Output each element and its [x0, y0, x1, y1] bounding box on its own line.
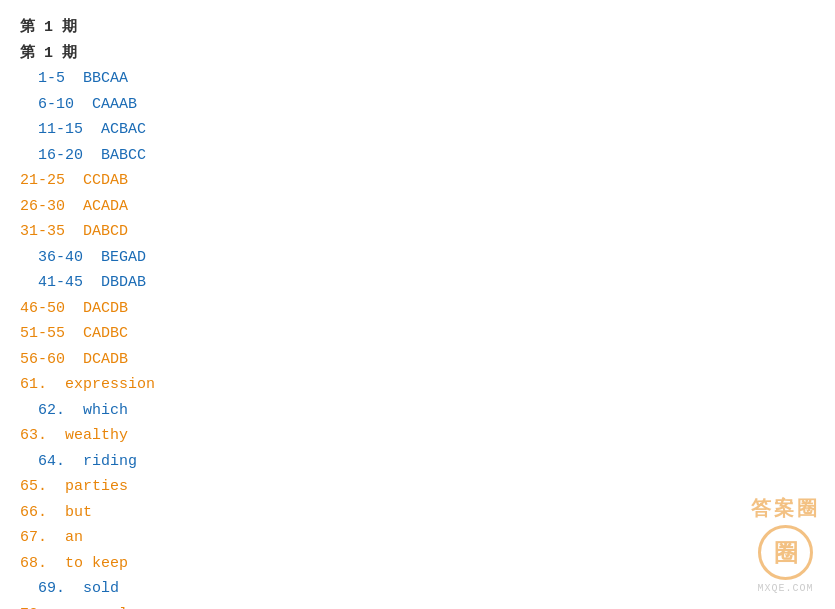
- answer-line: 46-50 DACDB: [20, 296, 815, 322]
- answer-line: 51-55 CADBC: [20, 321, 815, 347]
- main-content: 第 1 期 第 1 期 1-5 BBCAA 6-10 CAAAB 11-15 A…: [0, 0, 835, 609]
- answer-line: 21-25 CCDAB: [20, 168, 815, 194]
- answer-line: 6-10 CAAAB: [20, 92, 815, 118]
- answer-line: 67. an: [20, 525, 815, 551]
- answer-line: 64. riding: [20, 449, 815, 475]
- answer-lines: 第 1 期 1-5 BBCAA 6-10 CAAAB 11-15 ACBAC 1…: [20, 41, 815, 610]
- answer-line: 69. sold: [20, 576, 815, 602]
- watermark-circle-wrap: 圈: [751, 525, 820, 580]
- answer-line: 11-15 ACBAC: [20, 117, 815, 143]
- title-line: 第 1 期: [20, 15, 815, 41]
- answer-line: 1-5 BBCAA: [20, 66, 815, 92]
- answer-line: 63. wealthy: [20, 423, 815, 449]
- watermark-top-text: 答案圈: [751, 495, 820, 522]
- answer-line: 70. commonly: [20, 602, 815, 610]
- answer-line: 26-30 ACADA: [20, 194, 815, 220]
- watermark-bottom-text: MXQE.COM: [751, 583, 820, 594]
- answer-line: 31-35 DABCD: [20, 219, 815, 245]
- answer-line: 56-60 DCADB: [20, 347, 815, 373]
- answer-line: 第 1 期: [20, 41, 815, 67]
- watermark-circle: 圈: [758, 525, 813, 580]
- answer-line: 36-40 BEGAD: [20, 245, 815, 271]
- answer-line: 62. which: [20, 398, 815, 424]
- answer-line: 66. but: [20, 500, 815, 526]
- answer-line: 41-45 DBDAB: [20, 270, 815, 296]
- answer-line: 65. parties: [20, 474, 815, 500]
- watermark-circle-text: 圈: [774, 537, 798, 569]
- answer-line: 68. to keep: [20, 551, 815, 577]
- answer-line: 61. expression: [20, 372, 815, 398]
- answer-line: 16-20 BABCC: [20, 143, 815, 169]
- watermark: 答案圈 圈 MXQE.COM: [751, 495, 820, 594]
